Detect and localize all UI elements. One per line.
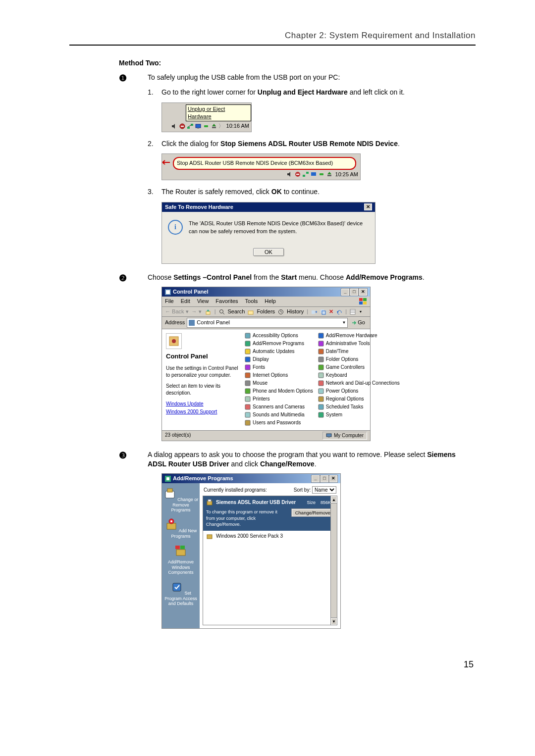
cp-item[interactable]: Sounds and Multimedia xyxy=(245,411,313,418)
cp-item[interactable]: Users and Passwords xyxy=(245,419,313,426)
tool-undo-icon[interactable] xyxy=(336,309,342,315)
maximize-icon[interactable]: □ xyxy=(321,475,328,482)
menu-help[interactable]: Help xyxy=(265,298,276,305)
change-remove-button[interactable]: Change/Remove xyxy=(292,509,334,516)
cp-item-label: Scanners and Cameras xyxy=(253,403,305,410)
tool-views-icon[interactable] xyxy=(350,309,357,315)
cp-item[interactable]: Phone and Modem Options xyxy=(245,388,313,395)
svg-rect-66 xyxy=(167,523,176,529)
cp-item[interactable]: Game Controllers xyxy=(318,364,400,371)
menu-file[interactable]: File xyxy=(165,298,174,305)
close-icon[interactable]: ✕ xyxy=(359,289,367,296)
side-change-remove[interactable]: Change or Remove Programs xyxy=(163,487,199,512)
stop-device-balloon[interactable]: Stop ADSL Router USB Remote NDIS Device … xyxy=(173,157,356,169)
search-button[interactable]: Search xyxy=(228,308,245,315)
cp-item[interactable]: Scanners and Cameras xyxy=(245,403,313,410)
taskbar-divider: 〉 xyxy=(218,122,224,130)
chevron-down-icon[interactable]: ▼ xyxy=(342,320,346,325)
maximize-icon[interactable]: □ xyxy=(350,289,358,296)
installed-label: Currently installed programs: xyxy=(204,487,267,494)
svg-rect-43 xyxy=(245,381,250,386)
cp-item-icon xyxy=(245,420,251,426)
cp-item[interactable]: Scheduled Tasks xyxy=(318,403,400,410)
cp-item-icon xyxy=(245,388,251,394)
folders-icon[interactable] xyxy=(248,309,254,315)
eject-hardware-icon[interactable] xyxy=(211,123,217,130)
scroll-up-icon[interactable]: ▲ xyxy=(331,496,337,503)
svg-rect-26 xyxy=(248,311,253,314)
tool-moveto-icon[interactable] xyxy=(311,309,317,315)
windows-update-link[interactable]: Windows Update xyxy=(166,401,239,407)
menu-favorites[interactable]: Favorites xyxy=(215,298,238,305)
cp-item[interactable]: Add/Remove Programs xyxy=(245,340,313,347)
svg-rect-38 xyxy=(245,341,250,346)
cp-item[interactable]: Accessibility Options xyxy=(245,332,313,339)
control-panel-window: Control Panel _ □ ✕ File Edit View Favor… xyxy=(161,287,371,441)
cp-item[interactable]: Keyboard xyxy=(318,372,400,379)
cp-item[interactable]: Regional Options xyxy=(318,396,400,403)
tool-copyto-icon[interactable] xyxy=(320,309,326,315)
tool-delete-icon[interactable]: ✕ xyxy=(329,308,333,315)
svg-marker-0 xyxy=(172,124,175,129)
svg-rect-57 xyxy=(319,397,323,402)
go-button[interactable]: Go xyxy=(350,319,367,326)
folders-button[interactable]: Folders xyxy=(257,308,275,315)
minimize-icon[interactable]: _ xyxy=(341,289,349,296)
program-selected[interactable]: Siemens ADSL Router USB Driver Size 856K… xyxy=(203,496,337,531)
sort-select[interactable]: Name xyxy=(312,486,336,494)
cp-item[interactable]: Automatic Updates xyxy=(245,348,313,355)
volume-icon xyxy=(171,123,178,130)
cp-item[interactable]: System xyxy=(318,411,400,418)
side-add-new[interactable]: Add New Programs xyxy=(163,518,199,539)
program-row[interactable]: Windows 2000 Service Pack 3 xyxy=(203,531,337,542)
cp-item[interactable]: Date/Time xyxy=(318,348,400,355)
svg-rect-51 xyxy=(319,349,323,354)
cp-item[interactable]: Printers xyxy=(245,396,313,403)
ol-num-3: 3. xyxy=(148,187,161,197)
svg-rect-12 xyxy=(303,175,305,177)
address-input[interactable]: Control Panel ▼ xyxy=(187,318,348,327)
cp-item[interactable]: Fonts xyxy=(245,364,313,371)
close-icon[interactable]: ✕ xyxy=(364,203,372,210)
cp-item-label: Network and Dial-up Connections xyxy=(326,380,400,387)
menu-tools[interactable]: Tools xyxy=(245,298,258,305)
network-icon xyxy=(302,171,309,178)
svg-rect-8 xyxy=(212,127,216,128)
cp-item[interactable]: Display xyxy=(245,356,313,363)
up-icon[interactable] xyxy=(205,308,212,315)
history-icon[interactable] xyxy=(278,309,284,315)
side-program-access[interactable]: Set Program Access and Defaults xyxy=(163,581,199,606)
step1-1: Go to the right lower corner for Unplug … xyxy=(161,88,476,98)
svg-point-68 xyxy=(170,520,172,522)
cp-item[interactable]: Internet Options xyxy=(245,372,313,379)
svg-rect-72 xyxy=(173,583,181,591)
scrollbar[interactable]: ▲ ▼ xyxy=(330,496,337,625)
scroll-down-icon[interactable]: ▼ xyxy=(331,618,337,625)
arp-title: Add/Remove Programs xyxy=(173,475,233,482)
tray-tooltip: Unplug or Eject Hardware xyxy=(186,104,251,122)
cp-item[interactable]: Network and Dial-up Connections xyxy=(318,380,400,387)
cp-item[interactable]: Folder Options xyxy=(318,356,400,363)
menu-edit[interactable]: Edit xyxy=(181,298,190,305)
forward-button[interactable]: → ▾ xyxy=(192,308,202,315)
search-icon[interactable] xyxy=(219,309,225,315)
shield-icon xyxy=(179,123,186,130)
cp-item-label: Power Options xyxy=(326,388,359,395)
cp-item[interactable]: Administrative Tools xyxy=(318,340,400,347)
safehw-message: The 'ADSL Router USB Remote NDIS Device … xyxy=(189,220,369,235)
side-windows-components[interactable]: Add/Remove Windows Components xyxy=(163,545,199,575)
minimize-icon[interactable]: _ xyxy=(312,475,320,482)
shield-icon xyxy=(294,171,301,178)
menu-view[interactable]: View xyxy=(197,298,209,305)
cp-item[interactable]: Mouse xyxy=(245,380,313,387)
history-button[interactable]: History xyxy=(287,308,304,315)
cp-item[interactable]: Power Options xyxy=(318,388,400,395)
close-icon[interactable]: ✕ xyxy=(329,475,337,482)
back-button[interactable]: ← Back ▾ xyxy=(165,308,189,315)
eject-hardware-icon[interactable] xyxy=(326,171,333,178)
chevron-down-icon[interactable]: ▾ xyxy=(360,309,362,314)
cp-item[interactable]: Add/Remove Hardware xyxy=(318,332,400,339)
windows-2000-support-link[interactable]: Windows 2000 Support xyxy=(166,408,239,415)
my-computer-icon xyxy=(326,433,332,438)
ok-button[interactable]: OK xyxy=(253,248,284,256)
